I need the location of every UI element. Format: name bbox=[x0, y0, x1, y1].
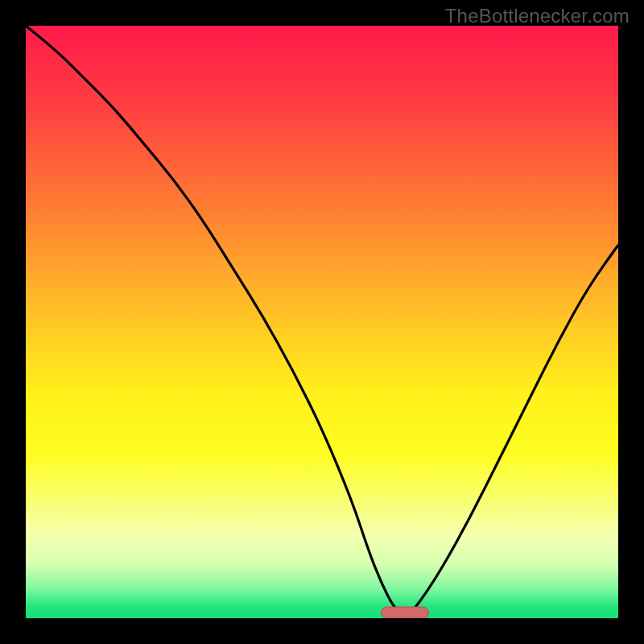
heat-gradient-background bbox=[26, 26, 618, 618]
plot-area bbox=[26, 26, 618, 618]
chart-frame: TheBottlenecker.com bbox=[0, 0, 644, 644]
ideal-zone-marker bbox=[382, 607, 429, 618]
bottleneck-chart bbox=[26, 26, 618, 618]
attribution-text: TheBottlenecker.com bbox=[445, 5, 630, 27]
